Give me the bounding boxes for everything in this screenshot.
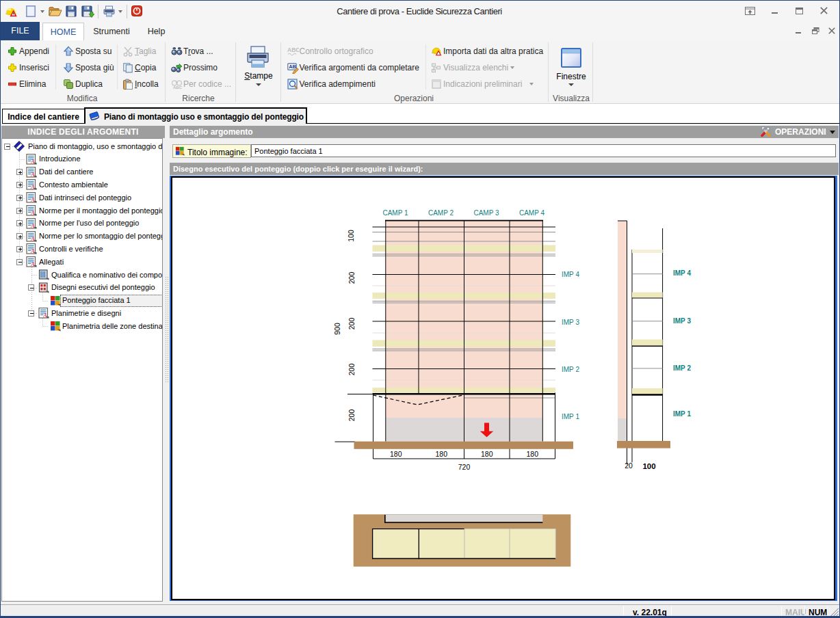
- svg-text:100: 100: [347, 230, 355, 242]
- svg-text:ABC: ABC: [173, 85, 183, 90]
- svg-text:CAMP 1: CAMP 1: [382, 209, 408, 217]
- svg-text:20: 20: [625, 461, 633, 470]
- svg-text:AB: AB: [289, 64, 296, 70]
- svg-text:180: 180: [436, 450, 448, 458]
- svg-text:IMP 2: IMP 2: [562, 366, 579, 373]
- svg-text:IMP 2: IMP 2: [673, 364, 691, 372]
- svg-text:200: 200: [347, 272, 356, 284]
- svg-text:CAMP 2: CAMP 2: [428, 209, 454, 217]
- svg-text:100: 100: [642, 462, 655, 470]
- svg-text:180: 180: [527, 450, 539, 458]
- svg-text:CAMP 3: CAMP 3: [473, 209, 499, 217]
- svg-text:200: 200: [347, 318, 356, 330]
- svg-text:200: 200: [347, 409, 356, 422]
- svg-text:IMP 1: IMP 1: [562, 413, 579, 420]
- svg-text:CAMP 4: CAMP 4: [519, 209, 544, 217]
- svg-text:200: 200: [347, 364, 356, 376]
- svg-text:900: 900: [333, 323, 341, 335]
- svg-text:180: 180: [390, 450, 402, 458]
- svg-text:ABC: ABC: [287, 46, 299, 53]
- svg-text:IMP 4: IMP 4: [562, 271, 579, 278]
- svg-text:720: 720: [458, 463, 471, 471]
- svg-text:IMP 3: IMP 3: [562, 319, 579, 326]
- svg-text:180: 180: [481, 450, 493, 458]
- svg-text:IMP 4: IMP 4: [673, 269, 691, 277]
- svg-text:IMP 1: IMP 1: [673, 410, 691, 418]
- svg-text:IMP 3: IMP 3: [673, 317, 691, 325]
